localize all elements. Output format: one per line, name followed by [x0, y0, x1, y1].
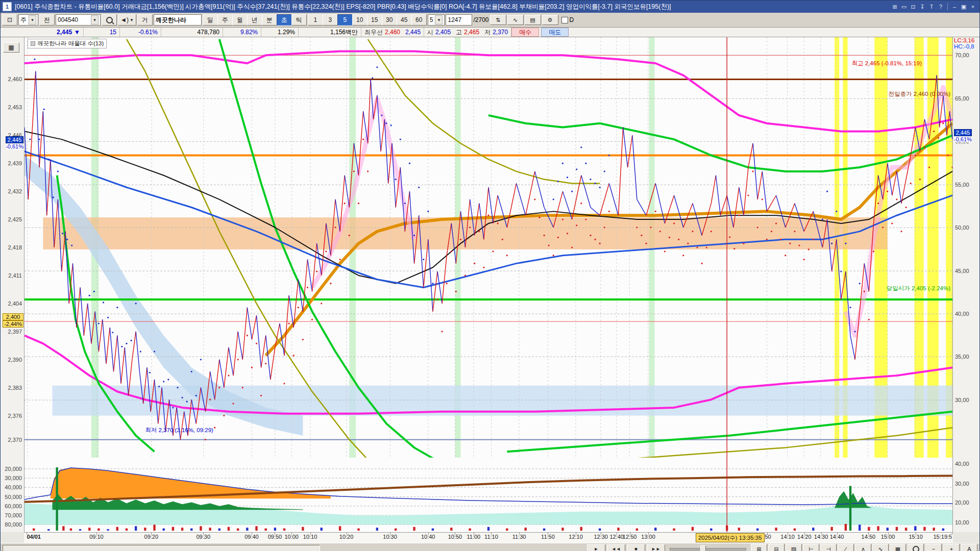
interval-button-10[interactable]: 10: [352, 14, 367, 26]
copy-window-icon[interactable]: ⊡: [909, 3, 918, 11]
price-tick-right: 30,00: [955, 397, 969, 403]
period-button-년[interactable]: 년: [247, 14, 262, 26]
period-button-주[interactable]: 주: [217, 14, 232, 26]
layout-icon[interactable]: ⊟: [768, 544, 785, 551]
interval-button-30[interactable]: 30: [382, 14, 397, 26]
minimize-icon[interactable]: –: [950, 3, 959, 11]
price-tick: 2,370: [8, 437, 22, 443]
main-chart-plot[interactable]: 깨끗한나라 매물대 수(13) 최고 2,465 (-0.81%, 15:19)…: [24, 37, 952, 458]
time-tick-label: 14:30: [814, 534, 828, 540]
indicator-tick: 50,000: [5, 494, 22, 500]
titlebar-divider: [947, 3, 948, 10]
speed-slider[interactable]: [670, 545, 746, 551]
restore-icon[interactable]: ▣: [959, 3, 968, 11]
chart-grid-icon[interactable]: ▦: [890, 544, 906, 551]
time-tick-label: 10:20: [339, 534, 354, 540]
scale-right-icon[interactable]: ⊣: [820, 544, 837, 551]
search-button[interactable]: [102, 14, 117, 26]
price-tick: 2,460: [8, 76, 22, 82]
chart-scrollbar[interactable]: [3, 545, 320, 551]
chevron-down-icon[interactable]: ▼: [91, 15, 99, 24]
trend-line-icon[interactable]: ∕: [838, 544, 854, 551]
prev-stock-button[interactable]: 전: [39, 14, 55, 26]
interval-button-60[interactable]: 60: [411, 14, 427, 26]
slider-track: [670, 548, 746, 550]
d-toggle[interactable]: D: [561, 16, 574, 23]
time-tick-label: 11:10: [484, 534, 498, 540]
zoom-in-button[interactable]: +: [943, 544, 960, 551]
time-tick-label: 14:40: [830, 534, 844, 540]
zoom-out-button[interactable]: −: [925, 544, 942, 551]
period-button-group: 일주월년분초틱: [203, 14, 307, 26]
interval-button-5[interactable]: 5: [337, 14, 352, 26]
checkbox-icon[interactable]: [561, 17, 568, 23]
indicator-plot[interactable]: [24, 458, 952, 532]
scale-left-icon[interactable]: ⊢: [803, 544, 819, 551]
interval-button-15[interactable]: 15: [367, 14, 382, 26]
price-tick: 2,439: [8, 160, 22, 166]
sell-button[interactable]: 매도: [541, 28, 569, 37]
candle-style-icon[interactable]: ⇅: [490, 15, 506, 25]
period-button-분[interactable]: 분: [262, 14, 277, 26]
play-button[interactable]: ►: [587, 544, 605, 551]
best-quote-cell: 최우선 2,460 2,445: [361, 28, 424, 37]
window-number-icon: 1: [3, 2, 12, 11]
minimize-panel-icon[interactable]: ▭: [899, 3, 909, 11]
high-annotation: 최고 2,465 (-0.81%, 15:19): [852, 60, 922, 67]
slider-thumb[interactable]: [700, 545, 706, 551]
interval-button-45[interactable]: 45: [397, 14, 411, 26]
draw-tool-icon[interactable]: ∧: [855, 544, 871, 551]
link-chart-icon[interactable]: ⊡: [2, 14, 17, 26]
interval-button-3[interactable]: 3: [323, 14, 337, 26]
pin-icon[interactable]: ↧: [918, 3, 927, 11]
interval-combo[interactable]: 5▼: [428, 14, 445, 26]
price-tick-right: 45,00: [955, 268, 969, 274]
open-annotation: 당일시가 2,405 (-2.24%): [887, 285, 950, 292]
app-window: 1 [0601] 주식종합차트 - 유통비율[60.0] 거래대금[1,156(…: [0, 0, 980, 551]
chart-legend[interactable]: 깨끗한나라 매물대 수(13): [28, 39, 107, 48]
current-price-badge-right: 2,445 -0,61%: [954, 129, 972, 142]
rewind-button[interactable]: ◄◄: [607, 544, 625, 551]
text-tool-button[interactable]: A: [961, 544, 977, 551]
sound-button[interactable]: ◄)▼: [118, 14, 136, 26]
period-button-초[interactable]: 초: [277, 14, 291, 26]
fast-forward-button[interactable]: ►►: [647, 544, 665, 551]
d-label: D: [570, 16, 574, 23]
close-icon[interactable]: ×: [968, 3, 977, 11]
time-tick-label: 14:20: [797, 534, 812, 540]
grid-icon[interactable]: ▦: [3, 42, 19, 53]
help-icon[interactable]: ?: [936, 3, 945, 11]
add-pane-icon[interactable]: ⊞: [751, 544, 767, 551]
indicator-icon[interactable]: ∿: [872, 544, 889, 551]
price-tick: 2,390: [8, 357, 22, 363]
open-price-badge-left: 2,400 -2,44%: [3, 313, 23, 328]
search-icon: [106, 17, 113, 23]
chart-settings-icon[interactable]: ⚙: [542, 15, 558, 25]
chart-tool-icons: ⊞⊟▨⊢⊣∕∧∿▦: [751, 544, 906, 551]
pattern-icon[interactable]: ▨: [786, 544, 802, 551]
zoom-icon[interactable]: [908, 544, 924, 551]
time-tick-label: 12:50: [623, 534, 637, 540]
stock-type-combo[interactable]: 주▼: [18, 14, 38, 26]
font-size-icon[interactable]: T: [927, 3, 936, 11]
stock-code-input[interactable]: 004540▼: [56, 14, 101, 26]
bar-index-input[interactable]: 1247: [446, 14, 472, 26]
stop-button[interactable]: ■: [627, 544, 645, 551]
time-tick-label: 12:10: [569, 534, 583, 540]
chevron-down-icon[interactable]: ▼: [130, 18, 134, 22]
buy-button[interactable]: 매수: [511, 28, 539, 37]
period-button-일[interactable]: 일: [203, 14, 217, 26]
chevron-down-icon[interactable]: ▼: [29, 15, 36, 24]
chevron-down-icon[interactable]: ▼: [435, 15, 443, 24]
save-chart-icon[interactable]: ▤: [525, 15, 541, 25]
period-button-월[interactable]: 월: [232, 14, 247, 26]
indicator-tick: 60,000: [5, 503, 22, 509]
popout-icon[interactable]: ⊞: [890, 3, 899, 11]
indicator-tick: 30,000: [5, 475, 22, 481]
order-button[interactable]: 거: [137, 14, 153, 26]
time-tick-label: 15:00: [881, 534, 895, 540]
line-style-icon[interactable]: ∿: [507, 15, 524, 25]
interval-button-1[interactable]: 1: [308, 14, 323, 26]
period-button-틱[interactable]: 틱: [291, 14, 307, 26]
amount-cell: 1,156백만: [299, 28, 361, 37]
